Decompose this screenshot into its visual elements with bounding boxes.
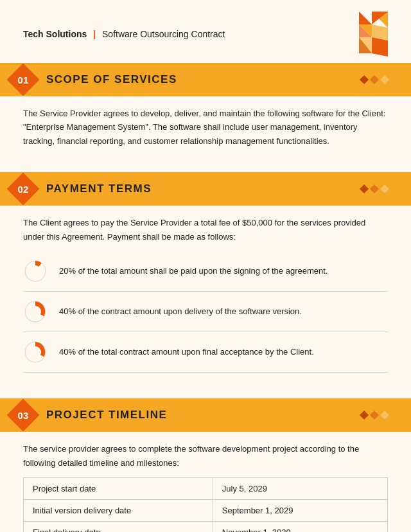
table-row: Project start dateJuly 5, 2029 — [24, 478, 388, 500]
section-02: 02 Payment Terms The Client agrees to pa… — [0, 172, 411, 387]
payment-item-2: 40% of the contract amount upon delivery… — [23, 292, 388, 332]
diamond-4 — [360, 184, 369, 193]
logo-icon — [330, 12, 388, 57]
section-01-diamonds — [361, 76, 388, 83]
section-01-body: The Service Provider agrees to develop, … — [0, 96, 411, 161]
pie-chart-20 — [23, 259, 48, 283]
diamond-7 — [360, 411, 369, 420]
section-02-diamonds — [361, 186, 388, 192]
diamond-2 — [370, 75, 379, 84]
section-03: 03 Project Timeline The service provider… — [0, 398, 411, 532]
section-03-diamonds — [361, 412, 388, 418]
section-01-number: 01 — [7, 64, 40, 96]
header: Tech Solutions | Software Outsourcing Co… — [0, 0, 411, 63]
header-title: Tech Solutions | Software Outsourcing Co… — [23, 29, 225, 39]
section-02-intro: The Client agrees to pay the Service Pro… — [23, 216, 388, 244]
section-02-body: The Client agrees to pay the Service Pro… — [0, 206, 411, 387]
section-01-text: The Service Provider agrees to develop, … — [23, 107, 388, 148]
table-row: Final delivery dateNovember 1, 2029 — [24, 522, 388, 532]
svg-point-14 — [30, 346, 41, 358]
svg-point-12 — [30, 306, 41, 317]
brand-name: Tech Solutions — [23, 29, 87, 39]
diamond-5 — [370, 184, 379, 193]
table-row: Initial version delivery dateSeptember 1… — [24, 500, 388, 522]
diamond-1 — [360, 75, 369, 84]
section-02-number: 02 — [7, 173, 40, 206]
section-03-number: 03 — [7, 399, 40, 432]
payment-item-1: 20% of the total amount shall be paid up… — [23, 251, 388, 292]
section-03-title: Project Timeline — [46, 409, 361, 421]
svg-point-10 — [30, 265, 41, 277]
section-01-header: 01 Scope of Services — [0, 63, 411, 96]
header-subtitle: Software Outsourcing Contract — [102, 29, 225, 39]
diamond-6 — [380, 184, 389, 193]
section-01: 01 Scope of Services The Service Provide… — [0, 63, 411, 161]
diamond-9 — [380, 411, 389, 420]
section-03-body: The service provider agrees to complete … — [0, 432, 411, 532]
section-03-intro: The service provider agrees to complete … — [23, 442, 388, 470]
pie-chart-40a — [23, 299, 48, 324]
payment-item-3-text: 40% of the total contract amount upon fi… — [59, 346, 314, 359]
section-01-title: Scope of Services — [46, 73, 361, 86]
payment-item-1-text: 20% of the total amount shall be paid up… — [59, 265, 328, 278]
header-divider: | — [91, 29, 98, 39]
timeline-table: Project start dateJuly 5, 2029Initial ve… — [23, 477, 388, 532]
section-02-header: 02 Payment Terms — [0, 172, 411, 206]
payment-item-3: 40% of the total contract amount upon fi… — [23, 332, 388, 373]
svg-marker-0 — [359, 12, 372, 24]
section-03-header: 03 Project Timeline — [0, 398, 411, 432]
section-02-title: Payment Terms — [46, 182, 361, 195]
svg-marker-6 — [372, 37, 388, 57]
diamond-8 — [370, 411, 379, 420]
payment-item-2-text: 40% of the contract amount upon delivery… — [59, 305, 302, 318]
diamond-3 — [380, 75, 389, 84]
pie-chart-40b — [23, 340, 48, 364]
